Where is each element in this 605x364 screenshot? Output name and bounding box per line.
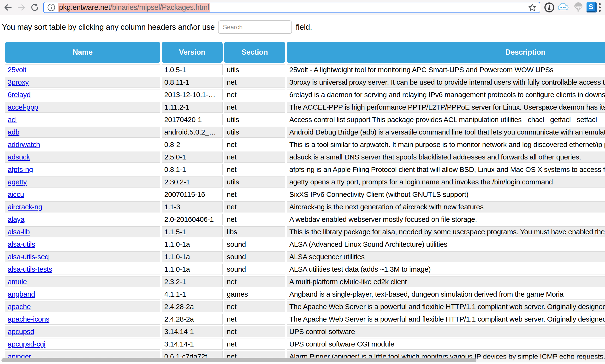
table-row: apache-icons 2.4.28-2a net The Apache We…: [5, 314, 605, 325]
description-cell: UPS control software: [287, 326, 605, 337]
package-link[interactable]: apcupsd-cgi: [8, 340, 45, 348]
package-link[interactable]: accel-ppp: [8, 103, 38, 111]
version-cell: 2.4.28-2a: [162, 314, 223, 325]
package-name-cell: 3proxy: [5, 77, 160, 88]
table-row: alaya 2.0-20160406-1 net A webdav enable…: [5, 214, 605, 225]
version-cell: 4.1.1-1: [162, 289, 223, 300]
chrome-menu-icon[interactable]: [599, 3, 601, 12]
version-cell: 0.8.11-1: [162, 77, 223, 88]
reload-icon: [30, 3, 39, 12]
table-row: 25volt 1.0.5-1 utils 25volt - A lightwei…: [5, 64, 605, 75]
section-cell: sound: [224, 251, 285, 262]
package-name-cell: aircrack-ng: [5, 201, 160, 212]
package-name-cell: apcupsd: [5, 326, 160, 337]
package-name-cell: agetty: [5, 177, 160, 187]
section-cell: net: [224, 164, 285, 175]
column-header-description[interactable]: Description: [287, 42, 605, 63]
column-header-section[interactable]: Section: [224, 42, 285, 63]
package-link[interactable]: apache: [8, 303, 31, 311]
url-path: /binaries/mipsel/Packages.html: [110, 3, 209, 12]
package-name-cell: aiccu: [5, 189, 160, 200]
column-header-version[interactable]: Version: [162, 42, 223, 63]
package-link[interactable]: alaya: [8, 215, 25, 223]
intro-line: You may sort table by clicking any colum…: [2, 20, 605, 34]
table-row: 6relayd 2013-12-10.1-… net 6relayd is a …: [5, 89, 605, 100]
version-cell: 2.30.2-1: [162, 177, 223, 187]
package-name-cell: alaya: [5, 214, 160, 225]
package-link[interactable]: apache-icons: [8, 315, 49, 323]
menu-dot: [599, 10, 601, 12]
package-link[interactable]: agetty: [8, 178, 27, 186]
page-content: You may sort table by clicking any colum…: [0, 20, 605, 364]
reload-button[interactable]: [29, 2, 40, 13]
package-link[interactable]: alsa-utils-seq: [8, 253, 49, 261]
forward-button[interactable]: [16, 2, 27, 13]
section-cell: net: [224, 314, 285, 325]
yaaw-cloud-icon[interactable]: YAAW: [557, 2, 570, 13]
package-link[interactable]: alsa-utils-tests: [8, 265, 52, 273]
description-cell: ALSA (Advanced Linux Sound Architecture)…: [287, 239, 605, 250]
package-link[interactable]: angband: [8, 290, 35, 298]
package-link[interactable]: acl: [8, 116, 16, 123]
package-link[interactable]: 25volt: [8, 66, 26, 74]
package-name-cell: adb: [5, 127, 160, 138]
table-row: apache 2.4.28-2a net The Apache Web Serv…: [5, 301, 605, 312]
version-cell: 1.1.0-1a: [162, 264, 223, 275]
package-link[interactable]: adsuck: [8, 153, 30, 161]
back-button[interactable]: [2, 2, 13, 13]
s-extension-icon[interactable]: S: [587, 2, 597, 13]
section-cell: net: [224, 139, 285, 150]
page-info-icon[interactable]: [47, 3, 56, 12]
description-cell: Access control list support This package…: [287, 114, 605, 125]
package-name-cell: apache-icons: [5, 314, 160, 325]
description-cell: The Apache Web Server is a powerful and …: [287, 314, 605, 325]
table-row: angband 4.1.1-1 games Angband is a singl…: [5, 289, 605, 300]
onepassword-icon[interactable]: [544, 2, 555, 13]
version-cell: 3.14.14-1: [162, 326, 223, 337]
table-row: 3proxy 0.8.11-1 net 3proxy is universal …: [5, 77, 605, 88]
package-name-cell: apcupsd-cgi: [5, 338, 160, 350]
package-link[interactable]: apcupsd: [8, 327, 34, 336]
package-name-cell: adsuck: [5, 152, 160, 163]
package-link[interactable]: amule: [8, 278, 27, 286]
intro-text-before: You may sort table by clicking any colum…: [2, 23, 215, 32]
description-cell: 3proxy is universal proxy server. It can…: [287, 77, 605, 88]
table-row: adsuck 2.5.0-1 net adsuck is a small DNS…: [5, 152, 605, 163]
description-cell: Aircrack-ng is the next generation of ai…: [287, 201, 605, 212]
package-link[interactable]: afpfs-ng: [8, 166, 33, 173]
version-cell: 3.14.14-1: [162, 338, 223, 350]
url-bar[interactable]: pkg.entware.net/binaries/mipsel/Packages…: [43, 2, 540, 13]
bookmark-star-icon[interactable]: [528, 3, 537, 12]
column-header-name[interactable]: Name: [5, 42, 160, 63]
search-input[interactable]: [218, 20, 292, 34]
description-cell: 25volt - A lightweight tool for monitori…: [287, 64, 605, 75]
description-cell: ALSA utilities test data (adds ~1.3M to …: [287, 264, 605, 275]
package-link[interactable]: aiccu: [8, 190, 24, 198]
package-link[interactable]: alsa-utils: [8, 240, 35, 248]
table-row: alsa-utils-tests 1.1.0-1a sound ALSA uti…: [5, 264, 605, 275]
package-link[interactable]: 6relayd: [8, 91, 31, 99]
package-name-cell: apache: [5, 301, 160, 312]
extension-icons: YAAW S: [540, 1, 605, 14]
url-text[interactable]: pkg.entware.net/binaries/mipsel/Packages…: [58, 3, 210, 12]
forward-arrow-icon: [16, 3, 26, 12]
package-link[interactable]: aircrack-ng: [8, 203, 42, 211]
browser-window: pkg.entware.net/binaries/mipsel/Packages…: [0, 0, 605, 364]
package-link[interactable]: addrwatch: [8, 141, 40, 148]
horizontal-scrollbar[interactable]: [0, 357, 605, 364]
description-cell: The Apache Web Server is a powerful and …: [287, 301, 605, 312]
package-link[interactable]: adb: [8, 128, 19, 136]
description-cell: afpfs-ng is an Apple Filing Protocol cli…: [287, 164, 605, 175]
parachute-icon[interactable]: [573, 1, 584, 14]
description-cell: Angband is a single-player, text-based, …: [287, 289, 605, 300]
scrollbar-thumb[interactable]: [1, 358, 476, 362]
description-cell: SixXS IPv6 Connectivity Client (without …: [287, 189, 605, 200]
browser-toolbar: pkg.entware.net/binaries/mipsel/Packages…: [0, 0, 605, 15]
section-cell: net: [224, 201, 285, 212]
package-name-cell: angband: [5, 289, 160, 300]
package-name-cell: acl: [5, 114, 160, 125]
section-cell: net: [224, 301, 285, 312]
section-cell: utils: [224, 64, 285, 75]
package-link[interactable]: alsa-lib: [8, 228, 30, 236]
package-link[interactable]: 3proxy: [8, 78, 29, 86]
